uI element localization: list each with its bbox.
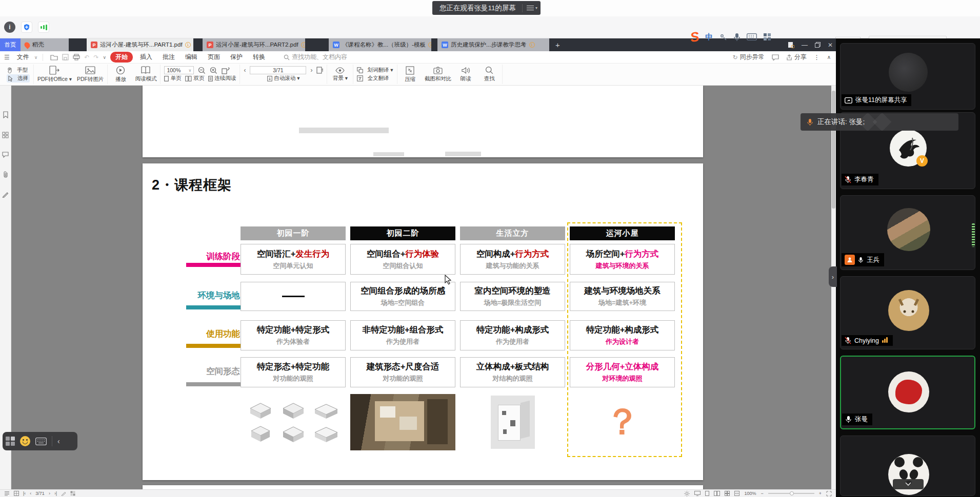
save-icon[interactable] [62,54,69,60]
hand-tool-button[interactable]: 手型 [7,66,30,74]
play-button[interactable]: 播放 [111,66,130,83]
menu-protect[interactable]: 保护 [225,52,248,63]
zoom-in-button[interactable]: + [819,491,822,496]
next-page-button[interactable]: › [49,491,50,496]
tab-doc-history[interactable]: W 历史建筑保护...步课教学思考 1 [437,38,549,51]
tab-docer[interactable]: 稻壳 [21,38,69,51]
signature-icon[interactable] [2,191,9,198]
layout-grid-icon[interactable] [6,437,15,446]
kebab-menu-icon[interactable]: ⋮ [814,54,820,61]
prev-page-icon[interactable]: ‹ [244,67,246,74]
new-tab-button[interactable]: + [549,38,566,51]
collapse-bar-icon[interactable]: ‹ [57,437,60,445]
menu-file[interactable]: 文件 [12,52,34,63]
language-toggle[interactable]: 中 [705,32,713,42]
zoom-slider-knob[interactable] [790,491,794,495]
network-signal-icon[interactable] [38,22,49,33]
find-button[interactable]: 查找 [480,66,498,82]
multi-page-view-icon[interactable] [725,491,730,496]
full-translate-button[interactable]: 全文翻译 [357,74,393,82]
zoom-out-icon[interactable] [198,67,206,74]
keyboard-icon[interactable] [35,438,47,445]
zoom-out-button[interactable]: − [761,491,763,496]
word-translate-button[interactable]: 划词翻译 ▾ [357,66,393,74]
first-page-button[interactable]: |‹ [23,491,26,496]
single-page-button[interactable]: 单页 [164,74,181,82]
menu-insert[interactable]: 插入 [135,52,157,63]
keyboard-icon[interactable] [747,33,757,40]
scroll-down-button[interactable] [893,479,924,489]
single-page-view-icon[interactable] [705,491,709,496]
two-page-view-icon[interactable] [714,491,720,496]
sidebar-collapse-handle[interactable]: › [829,266,837,287]
doc-badge-icon[interactable] [788,42,794,48]
pdf-to-office-button[interactable]: PDF转Office ▾ [37,66,72,83]
tile-participant[interactable]: Chyiying [840,276,975,349]
contents-icon[interactable] [4,491,10,496]
double-page-button[interactable]: 双页 [185,74,204,82]
tab-pdf-part2[interactable]: P 运河小屋-建筑与环...PART2.pdf 1 [203,38,305,51]
continuous-read-button[interactable]: 连续阅读 [208,74,236,82]
menu-comment[interactable]: 批注 [157,52,180,63]
page-indicator[interactable]: 3/71 [250,66,306,74]
comments-panel-icon[interactable] [2,152,9,158]
background-button[interactable]: 背景 ▾ [331,67,349,82]
compress-button[interactable]: 压缩 [401,66,419,83]
zoom-slider[interactable] [768,493,814,494]
grid-view-icon[interactable] [70,491,75,496]
status-zoom-value[interactable]: 100% [744,491,756,496]
last-page-button[interactable]: ›| [54,491,57,496]
read-aloud-button[interactable]: 朗读 [456,67,475,82]
select-tool-button[interactable]: 选择 [7,74,30,82]
close-window-button[interactable]: ✕ [828,42,833,49]
rotate-page-icon[interactable] [222,67,230,74]
thumbnails-icon[interactable] [2,132,9,138]
zoom-in-icon[interactable] [210,67,217,74]
apps-grid-icon[interactable] [763,33,771,41]
tile-participant[interactable]: 王兵 [840,195,975,270]
chevron-down-icon[interactable]: ▾ [535,6,537,10]
pen-annotate-icon[interactable] [61,491,66,496]
read-mode-button[interactable]: 阅读模式 [135,66,156,82]
tile-screen-share[interactable]: 张曼11的屏幕共享 [840,43,975,110]
search-box[interactable]: 查找功能、文档内容 [284,53,347,61]
scrollbar-thumb[interactable] [832,91,835,209]
fit-width-icon[interactable] [734,491,739,496]
thumbnail-view-icon[interactable] [14,491,19,496]
tile-participant-speaking[interactable]: 张曼 [840,356,975,429]
main-menu-icon[interactable]: ☰ [4,54,10,61]
zoom-select[interactable]: 100%∨ [164,66,194,74]
share-button[interactable]: 分享 [786,53,807,61]
microphone-icon[interactable] [733,33,741,42]
info-icon[interactable]: i [4,22,15,33]
shield-icon[interactable] [21,22,32,33]
minimize-button[interactable]: — [802,42,808,49]
menu-edit[interactable]: 编辑 [180,52,203,63]
chevron-down-icon[interactable]: ∨ [34,55,38,60]
eye-protect-icon[interactable] [684,491,690,496]
collapse-ribbon-icon[interactable]: ∧ [827,54,831,60]
attachment-icon[interactable] [3,171,9,178]
fullscreen-reading-icon[interactable] [826,491,832,496]
status-page-indicator[interactable]: 3/71 [35,491,45,496]
pen-icon[interactable] [719,33,727,41]
sogou-logo-icon[interactable]: S [689,28,700,45]
prev-page-button[interactable]: ‹ [30,491,31,496]
tab-doc-template[interactable]: W 《课程名称》教...（班级）-模板 1 [329,38,431,51]
tile-participant[interactable] [840,436,975,496]
tab-pdf-part1[interactable]: P 运河小屋-建筑与环...PART1.pdf 1 ✕ [87,38,193,51]
menu-page[interactable]: 页面 [203,52,225,63]
screenshot-compare-button[interactable]: 截图和对比 [425,67,452,82]
emoji-reaction-icon[interactable] [20,436,30,446]
print-icon[interactable] [73,54,80,60]
pdf-to-image-button[interactable]: PDF转图片 [77,66,104,83]
sync-status[interactable]: ↻同步异常 [733,53,765,61]
presentation-icon[interactable] [694,491,701,496]
more-icon[interactable]: ∨ [103,55,106,60]
menu-convert[interactable]: 转换 [248,52,270,63]
document-viewport[interactable]: 2・课程框架 训练阶段 环境与场地 使用功能 空间形态 初园一阶 初园二阶 生活… [11,86,831,489]
bookmark-icon[interactable] [3,111,9,118]
menu-start[interactable]: 开始 [110,52,133,63]
document-scrollbar[interactable] [831,86,836,489]
undo-icon[interactable]: ↶ [84,54,89,61]
